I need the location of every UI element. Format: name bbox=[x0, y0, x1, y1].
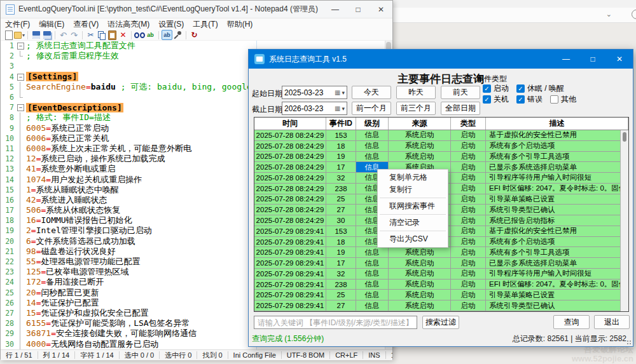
fold-collapse-icon[interactable] bbox=[16, 102, 25, 112]
delete-icon[interactable] bbox=[118, 30, 128, 40]
statusbar-segment[interactable]: INS bbox=[363, 351, 385, 359]
replace-icon[interactable] bbox=[145, 30, 156, 40]
statusbar-segment[interactable]: Ini Config File bbox=[228, 351, 281, 359]
table-cell[interactable]: 启动 bbox=[451, 290, 486, 300]
checkbox-unchecked-icon[interactable] bbox=[550, 95, 558, 104]
table-row[interactable]: 2025-07-29 08:29:4132信息系统启动启动引导程序等待用户输入时… bbox=[254, 269, 620, 280]
menu-item[interactable]: 查看(V) bbox=[69, 19, 103, 30]
table-cell[interactable]: 32 bbox=[326, 173, 356, 183]
table-cell[interactable]: 2025-07-29 08:29:41 bbox=[254, 226, 326, 236]
table-cell[interactable]: 引导菜单策略已设置 bbox=[486, 290, 620, 300]
quick-date-button[interactable]: 昨天 bbox=[396, 86, 436, 99]
table-cell[interactable]: 2025-07-28 08:24:29 bbox=[254, 152, 326, 162]
table-cell[interactable]: 信息 bbox=[356, 300, 389, 311]
table-cell[interactable]: 启动 bbox=[451, 247, 486, 257]
chevron-down-icon[interactable]: ▾ bbox=[342, 90, 345, 96]
table-cell[interactable]: 系统启动 bbox=[389, 269, 451, 279]
table-row[interactable]: 2025-07-29 08:29:4119信息系统启动启动系统有多个引导工具选项 bbox=[254, 247, 620, 258]
dialog-titlebar[interactable]: 系统日志查询工具 v1.5 — □ ✕ bbox=[249, 50, 633, 69]
table-cell[interactable]: 2025-07-29 08:29:41 bbox=[254, 300, 326, 311]
table-cell[interactable]: 27 bbox=[326, 205, 356, 215]
query-button[interactable]: 查询 bbox=[553, 315, 590, 329]
notepad-minimize-button[interactable]: — bbox=[324, 1, 347, 18]
table-cell[interactable]: 系统引导类型已确认 bbox=[486, 300, 620, 311]
table-cell[interactable]: 2025-07-29 08:29:41 bbox=[254, 237, 326, 247]
quick-date-button[interactable]: 前天 bbox=[441, 86, 480, 99]
table-cell[interactable]: 信息 bbox=[356, 290, 389, 300]
table-cell[interactable]: 30 bbox=[326, 215, 356, 226]
table-cell[interactable]: 引导程序等待用户输入时间很短 bbox=[486, 269, 620, 279]
table-cell[interactable]: 信息 bbox=[356, 258, 389, 268]
save-all-icon[interactable] bbox=[41, 30, 52, 40]
table-cell[interactable]: 系统有多个启动选项 bbox=[486, 141, 620, 151]
table-cell[interactable]: 启动 bbox=[451, 141, 486, 151]
menu-item[interactable]: 语法高亮(M) bbox=[103, 19, 154, 30]
event-type-checkbox[interactable]: ✓错误 bbox=[516, 94, 543, 105]
event-type-checkbox[interactable]: 其他 bbox=[550, 94, 576, 105]
quick-date-button[interactable]: 今天 bbox=[352, 86, 391, 99]
checkbox-checked-icon[interactable]: ✓ bbox=[483, 84, 491, 93]
table-cell[interactable]: 系统启动 bbox=[389, 300, 451, 311]
table-cell[interactable]: 2025-07-28 08:24:29 bbox=[254, 141, 326, 151]
table-cell[interactable]: 信息 bbox=[356, 269, 389, 279]
find-icon[interactable] bbox=[134, 30, 145, 40]
table-cell[interactable]: 引导菜单策略已设置 bbox=[486, 194, 620, 205]
statusbar-segment[interactable]: 选中 0 / 0 bbox=[120, 351, 159, 360]
column-header[interactable]: 来源 bbox=[389, 118, 451, 130]
table-row[interactable]: 2025-07-28 08:24:2918信息系统启动启动系统有多个启动选项 bbox=[254, 141, 620, 152]
table-cell[interactable]: 2025-07-29 08:29:41 bbox=[254, 280, 326, 290]
undo-icon[interactable] bbox=[58, 30, 69, 40]
table-cell[interactable]: 系统有多个启动选项 bbox=[486, 237, 620, 247]
table-cell[interactable]: 系统已报告启动指标 bbox=[486, 215, 620, 226]
highlight-matches-icon[interactable] bbox=[162, 30, 172, 40]
table-cell[interactable]: 信息 bbox=[356, 152, 389, 162]
table-cell[interactable]: 153 bbox=[326, 130, 356, 140]
statusbar-segment[interactable]: UTF-8 BOM bbox=[282, 351, 329, 359]
table-cell[interactable]: 启动 bbox=[451, 280, 486, 290]
context-menu-item[interactable]: 复制行 bbox=[378, 184, 448, 196]
table-cell[interactable]: 启动 bbox=[451, 130, 486, 140]
table-cell[interactable]: EFI 时区偏移: 2047。夏令时标志: 0。固件... bbox=[486, 184, 620, 194]
table-cell[interactable]: 已显示多系统选择启动菜单 bbox=[486, 258, 620, 268]
table-row[interactable]: 2025-07-29 08:29:4117信息系统启动启动已显示多系统选择启动菜… bbox=[254, 258, 620, 269]
table-cell[interactable]: 启动 bbox=[451, 152, 486, 162]
notepad-titlebar[interactable]: EventLogQueryTool.ini [E:\python_test\C#… bbox=[1, 1, 392, 18]
table-cell[interactable]: 238 bbox=[326, 280, 356, 290]
dialog-maximize-button[interactable]: □ bbox=[579, 50, 606, 69]
table-cell[interactable]: 启动 bbox=[451, 205, 486, 215]
quick-date-button[interactable]: 前三个月 bbox=[396, 102, 436, 115]
table-cell[interactable]: 17 bbox=[326, 162, 356, 172]
table-cell[interactable]: 19 bbox=[326, 152, 356, 162]
table-cell[interactable]: 2025-07-28 08:24:29 bbox=[254, 162, 326, 172]
checkbox-checked-icon[interactable]: ✓ bbox=[483, 95, 491, 104]
context-menu-item[interactable]: 联网搜索事件 bbox=[378, 200, 448, 212]
table-cell[interactable]: 系统启动 bbox=[389, 130, 451, 140]
statusbar-segment[interactable]: 行 1 / 51 bbox=[1, 351, 38, 360]
table-cell[interactable]: 2025-07-29 08:29:41 bbox=[254, 290, 326, 300]
table-vertical-scrollbar[interactable] bbox=[620, 130, 628, 311]
column-header[interactable]: 描述 bbox=[486, 118, 628, 130]
table-cell[interactable]: 启动 bbox=[451, 237, 486, 247]
quick-date-button[interactable]: 全部日期 bbox=[441, 102, 480, 115]
menu-item[interactable]: 帮助(H) bbox=[223, 19, 258, 30]
table-cell[interactable]: 17 bbox=[326, 258, 356, 268]
column-header[interactable]: 级别 bbox=[356, 118, 389, 130]
table-cell[interactable]: 系统启动 bbox=[389, 247, 451, 257]
column-header[interactable]: 事件ID bbox=[326, 118, 356, 130]
save-icon[interactable] bbox=[31, 30, 41, 40]
menu-item[interactable]: 文件(F) bbox=[1, 19, 34, 30]
event-type-checkbox[interactable]: ✓关机 bbox=[483, 94, 509, 105]
search-filter-button[interactable]: 搜索过滤 bbox=[422, 316, 459, 329]
table-cell[interactable]: 27 bbox=[326, 300, 356, 311]
column-header[interactable]: 时间 bbox=[254, 118, 326, 130]
table-row[interactable]: 2025-07-28 08:24:2919信息系统启动启动系统有多个引导工具选项 bbox=[254, 152, 620, 163]
dialog-close-button[interactable]: ✕ bbox=[606, 50, 633, 69]
table-cell[interactable]: 2025-07-29 08:29:41 bbox=[254, 269, 326, 279]
column-header[interactable]: 类型 bbox=[451, 118, 486, 130]
pin-icon[interactable] bbox=[172, 30, 183, 40]
context-menu-item[interactable]: 清空记录 bbox=[378, 217, 448, 229]
checkbox-checked-icon[interactable]: ✓ bbox=[516, 95, 525, 104]
table-cell[interactable]: 18 bbox=[326, 141, 356, 151]
dialog-minimize-button[interactable]: — bbox=[553, 50, 579, 69]
table-scrollbar-thumb[interactable] bbox=[623, 132, 626, 142]
